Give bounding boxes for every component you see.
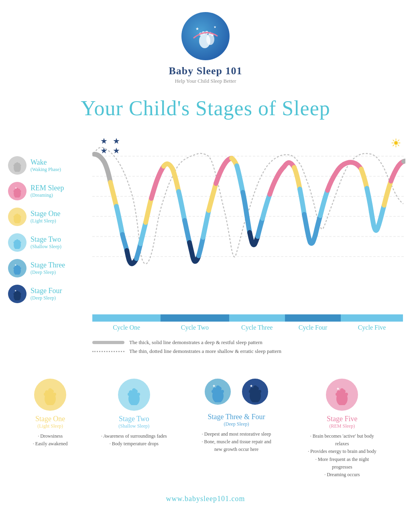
stage5-bottom-icon: ★ <box>326 379 358 411</box>
cycle-bar-1 <box>92 314 161 322</box>
solid-line-legend: The thick, solid line demonstrates a dee… <box>92 339 403 346</box>
svg-point-46 <box>14 293 16 295</box>
cycle-bar-3 <box>229 314 285 322</box>
wake-label: Wake <box>31 158 47 166</box>
svg-point-34 <box>19 242 21 244</box>
s2-label: Stage Two <box>31 235 61 243</box>
rem-icon: ★ <box>8 182 26 200</box>
s4-icon: ★ <box>8 285 26 303</box>
dotted-line-legend: The thin, dotted line demonstrates a mor… <box>92 348 403 355</box>
svg-point-47 <box>19 293 21 295</box>
svg-point-77 <box>253 385 257 389</box>
wake-icon <box>8 156 26 175</box>
stage2-bullet-2: · Body temperature drops <box>101 440 167 448</box>
stage2-bottom-desc: · Awareness of surroundings fades · Body… <box>101 432 167 448</box>
stage1-bullet-2: · Easily awakened <box>33 440 68 448</box>
stage5-bottom-subtitle: (REM Sleep) <box>306 423 378 429</box>
svg-point-84 <box>340 388 344 392</box>
svg-point-70 <box>216 385 220 389</box>
svg-point-65 <box>128 393 131 396</box>
legend-labels: Wake (Waking Phase) ★ REM Sleep (Dreami <box>8 132 92 310</box>
svg-point-78 <box>249 390 252 393</box>
stage1-bottom-desc: · Drowsiness · Easily awakened <box>33 432 68 448</box>
s1-icon <box>8 208 26 226</box>
svg-point-64 <box>132 388 136 392</box>
stage1-bottom-subtitle: (Light Sleep) <box>33 423 68 429</box>
footer-url: www.babysleep101.com <box>166 495 245 503</box>
svg-text:★: ★ <box>250 384 253 388</box>
svg-text:★: ★ <box>212 384 216 388</box>
s4-sublabel: (Deep Sleep) <box>31 295 62 301</box>
svg-point-40 <box>19 267 21 269</box>
cycle-bar-5 <box>341 314 403 322</box>
bottom-stage-1: Stage One (Light Sleep) · Drowsiness · E… <box>33 379 68 479</box>
cycle-bar-2 <box>161 314 229 322</box>
wake-sublabel: (Waking Phase) <box>31 167 61 173</box>
rem-sublabel: (Dreaming) <box>31 192 64 198</box>
chart-section: Wake (Waking Phase) ★ REM Sleep (Dreami <box>0 132 411 310</box>
stage5-bullet-4: · Dreaming occurs <box>306 471 378 479</box>
svg-point-79 <box>258 390 261 393</box>
svg-point-60 <box>53 393 56 396</box>
s2-icon <box>8 233 26 252</box>
s1-sublabel: (Light Sleep) <box>31 218 60 224</box>
header: ★ ★ ✦ Baby Sleep 101 Help Your Child Sle… <box>0 0 411 88</box>
s2-sublabel: (Shallow Sleep) <box>31 244 61 250</box>
stage34-bottom-title: Stage Three & Four <box>208 413 265 421</box>
legend-item-s1: Stage One (Light Sleep) <box>8 208 92 226</box>
svg-point-71 <box>212 390 215 393</box>
bottom-stage-2: Stage Two (Shallow Sleep) · Awareness of… <box>101 379 167 479</box>
svg-point-59 <box>44 393 47 396</box>
cycle-label-3: Cycle Three <box>229 324 285 331</box>
stage3-bottom-icon: ★ <box>205 379 231 405</box>
legend-item-wake: Wake (Waking Phase) <box>8 156 92 175</box>
footer: www.babysleep101.com <box>0 487 411 515</box>
svg-point-85 <box>336 393 339 396</box>
svg-point-14 <box>14 165 16 167</box>
cycle-label-5: Cycle Five <box>341 324 403 331</box>
stage2-bottom-icon <box>118 379 150 411</box>
stage34-bottom-desc: · Deepest and most restorative sleep · B… <box>200 430 273 454</box>
s4-label: Stage Four <box>31 287 62 295</box>
cycle-bar <box>92 314 403 322</box>
stage5-bottom-desc: · Brain becomes 'active' but body relaxe… <box>306 432 378 479</box>
stage1-bullet-1: · Drowsiness <box>33 432 68 440</box>
svg-point-32 <box>16 239 18 242</box>
svg-point-66 <box>137 393 140 396</box>
legend-item-s3: ★ Stage Three (Deep Sleep) <box>8 259 92 277</box>
svg-text:★: ★ <box>195 26 199 31</box>
stage5-bullet-3: · More frequent as the night progresses <box>306 456 378 471</box>
legend-item-s2: Stage Two (Shallow Sleep) <box>8 233 92 252</box>
svg-point-27 <box>14 216 16 218</box>
stage5-bullet-1: · Brain becomes 'active' but body relaxe… <box>306 432 378 448</box>
svg-point-26 <box>16 214 18 216</box>
cycle-label-2: Cycle Two <box>161 324 229 331</box>
header-subtitle: Help Your Child Sleep Better <box>0 78 411 84</box>
main-title: Your Child's Stages of Sleep <box>0 96 411 120</box>
solid-line-sample <box>92 341 124 344</box>
svg-point-13 <box>16 162 18 165</box>
svg-text:★: ★ <box>14 289 16 292</box>
sun-decoration: ☀ <box>391 136 401 150</box>
rem-label: REM Sleep <box>31 184 64 192</box>
s1-label: Stage One <box>31 210 60 218</box>
logo-circle: ★ ★ ✦ <box>181 12 230 60</box>
stage2-bullet-1: · Awareness of surroundings fades <box>101 432 167 440</box>
svg-point-20 <box>14 190 16 192</box>
s3-icon: ★ <box>8 259 26 277</box>
svg-point-58 <box>48 388 52 392</box>
dotted-line-text: The thin, dotted line demonstrates a mor… <box>129 348 281 355</box>
s3-label: Stage Three <box>31 261 65 269</box>
chart-container: ★ ★★ ★ ☀ <box>92 132 405 310</box>
stage2-bottom-title: Stage Two <box>119 415 149 423</box>
stage1-bottom-title: Stage One <box>35 415 65 423</box>
cycle-label-1: Cycle One <box>92 324 161 331</box>
cycle-label-4: Cycle Four <box>285 324 341 331</box>
solid-line-text: The thick, solid line demonstrates a dee… <box>129 339 262 346</box>
s3-sublabel: (Deep Sleep) <box>31 269 65 275</box>
chart-legend: The thick, solid line demonstrates a dee… <box>92 339 403 355</box>
dotted-line-sample <box>92 351 124 352</box>
cycle-bar-4 <box>285 314 341 322</box>
stage34-bottom-subtitle: (Deep Sleep) <box>200 421 273 427</box>
svg-point-33 <box>14 242 16 244</box>
